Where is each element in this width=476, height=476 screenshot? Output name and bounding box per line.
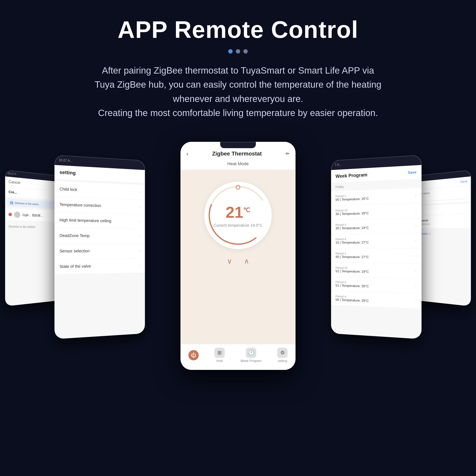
hold-icon: ⊞ — [214, 348, 225, 358]
carousel-dots — [40, 49, 436, 53]
chevron-icon: › — [139, 205, 141, 209]
back-arrow-icon[interactable]: ‹ — [187, 151, 188, 157]
nav-setting[interactable]: ⚙ setting — [277, 348, 288, 363]
page-title: APP Remote Control — [40, 16, 436, 43]
week-item-3[interactable]: Period 3 30 | Temperature: 24°C › — [331, 218, 422, 234]
chevron-icon: › — [139, 190, 141, 194]
week-item-5[interactable]: Period 1 40 | Temperature: 27°C › — [331, 248, 422, 264]
power-icon: ⏻ — [188, 350, 199, 360]
chevron-icon: › — [415, 208, 416, 213]
nav-power[interactable]: ⏻ — [188, 350, 199, 360]
chevron-icon: › — [415, 269, 416, 273]
phones-container: 10:27 A Cancel Cre... ℹ️ Devices in the … — [0, 134, 476, 422]
phone-week-program: 7 A... Week Program Save Friday Period 1… — [331, 155, 422, 339]
chevron-icon: › — [415, 223, 416, 228]
settings-screen: 10:27 A... setting Child lock › Temperat… — [54, 155, 145, 339]
phone-notch — [220, 142, 256, 148]
setting-icon: ⚙ — [277, 348, 288, 358]
period-label-4: Period 4 — [336, 237, 369, 241]
temp-down-button[interactable]: ∨ — [227, 257, 232, 265]
header-description: After pairing ZigBee thermostat to TuyaS… — [40, 64, 436, 120]
period-time-3: 30 | Temperature: 24°C — [336, 226, 369, 230]
week-program-label: Week Program — [240, 359, 261, 363]
temp-up-button[interactable]: ∧ — [244, 257, 249, 265]
week-items-list: Period 1 00 | Temperature: 20°C › Period… — [331, 188, 422, 309]
center-screen: ‹ Zigbee Thermostat ✏ Heat Mode — [181, 142, 295, 370]
thermostat-display: 21℃ Current temperature 19.0°C — [213, 203, 262, 228]
current-temperature-label: Current temperature 19.0°C — [213, 223, 262, 228]
save-button[interactable]: Save — [408, 170, 416, 175]
settings-item-sensor[interactable]: Sensor selection › — [54, 244, 145, 259]
chevron-icon: › — [415, 238, 416, 243]
settings-item-valve[interactable]: State of the valve › — [54, 258, 145, 274]
period-time-7: 51 | Temperature: 26°C — [336, 284, 369, 288]
nav-hold[interactable]: ⊞ Hold — [214, 348, 225, 363]
temperature-controls: ∨ ∧ — [227, 257, 249, 265]
week-item-8[interactable]: Period 4 56 | Temperature: 29°C › — [331, 291, 422, 309]
nav-week-program[interactable]: 🕐 Week Program — [240, 348, 261, 363]
settings-item-temp-correction[interactable]: Temperature correction › — [54, 197, 145, 214]
page-header: APP Remote Control After pairing ZigBee … — [0, 0, 476, 128]
setting-label: setting — [278, 359, 287, 363]
week-item-2[interactable]: Period 22 30 | Temperature: 29°C › — [331, 203, 422, 220]
center-bottom-nav: ⏻ ⊞ Hold 🕐 Week Program ⚙ setting — [181, 344, 295, 370]
heat-mode-label: Heat Mode — [181, 160, 295, 170]
hold-label: Hold — [216, 359, 223, 363]
period-time-4: 15 | Temperature: 27°C — [336, 240, 369, 245]
week-program-icon: 🕐 — [246, 348, 256, 358]
period-time-6: 52 | Temperature: 19°C — [336, 269, 369, 274]
device-avatar — [14, 211, 20, 218]
temperature-value: 21℃ — [213, 203, 262, 221]
phone-center: ‹ Zigbee Thermostat ✏ Heat Mode — [181, 142, 295, 370]
chevron-icon: › — [139, 249, 141, 253]
far-right-save-button[interactable]: Save — [460, 179, 467, 184]
edit-icon[interactable]: ✏ — [286, 151, 289, 156]
thermostat-title: Zigbee Thermostat — [212, 151, 262, 157]
temp-unit: ℃ — [243, 206, 250, 214]
thermostat-circle[interactable]: 21℃ Current temperature 19.0°C — [204, 182, 272, 249]
chevron-icon: › — [415, 299, 416, 303]
chevron-icon: › — [139, 264, 141, 268]
dot-3[interactable] — [243, 49, 248, 53]
phone-settings: 10:27 A... setting Child lock › Temperat… — [54, 155, 145, 339]
dot-2[interactable] — [236, 49, 240, 53]
settings-list: Child lock › Temperature correction › Hi… — [54, 181, 145, 275]
week-item-4[interactable]: Period 4 15 | Temperature: 27°C › — [331, 233, 422, 248]
chevron-icon: › — [415, 284, 416, 288]
device-status-dot — [9, 213, 12, 216]
period-label-5: Period 1 — [336, 252, 369, 255]
week-item-6[interactable]: Period 22 52 | Temperature: 19°C › — [331, 263, 422, 279]
period-time-2: 30 | Temperature: 29°C — [336, 211, 369, 216]
dot-1[interactable] — [228, 49, 233, 53]
chevron-icon: › — [415, 193, 416, 198]
chevron-icon: › — [139, 220, 141, 224]
settings-item-deadzone[interactable]: DeadZone Temp › — [54, 228, 145, 244]
chevron-icon: › — [415, 254, 416, 258]
thermostat-area: 21℃ Current temperature 19.0°C ∨ ∧ — [181, 170, 295, 273]
settings-item-high-limit[interactable]: High limit temperature ceiling › — [54, 212, 145, 229]
week-screen: 7 A... Week Program Save Friday Period 1… — [331, 155, 422, 339]
chevron-icon: › — [139, 234, 141, 238]
period-time-5: 40 | Temperature: 27°C — [336, 255, 369, 259]
